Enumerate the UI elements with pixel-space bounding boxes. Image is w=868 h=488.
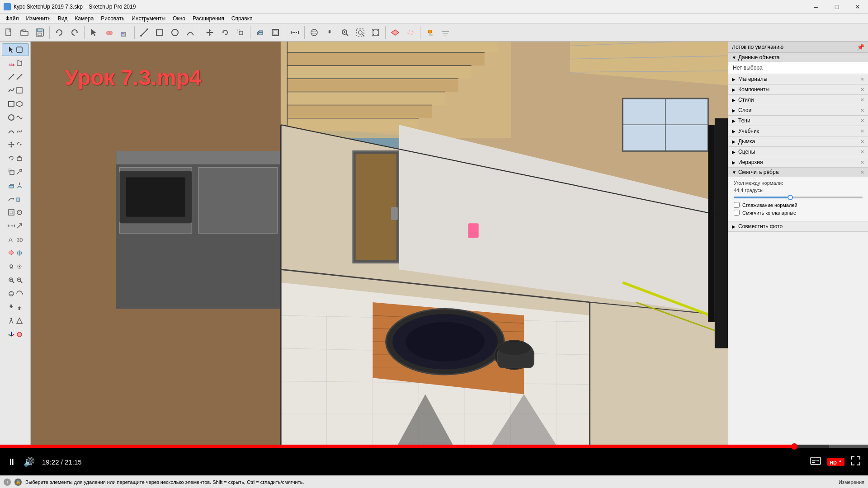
- toolbar-sep-7: [304, 26, 305, 39]
- toolbar-sep-6: [285, 26, 285, 39]
- panel-fog[interactable]: ▶ Дымка ✕: [728, 136, 868, 147]
- tool-freehand[interactable]: [2, 84, 29, 97]
- subtitles-button[interactable]: [810, 456, 821, 468]
- menu-edit[interactable]: Изменить: [23, 14, 54, 23]
- toolbar-section-display[interactable]: [403, 25, 418, 40]
- tool-move[interactable]: [2, 138, 29, 151]
- viewport[interactable]: Урок 7.3.mp4: [31, 42, 728, 445]
- panel-hierarchy[interactable]: ▶ Иерархия ✕: [728, 157, 868, 168]
- tool-section-plane[interactable]: [2, 247, 29, 259]
- play-pause-button[interactable]: ⏸: [7, 457, 16, 467]
- tool-pushpull[interactable]: [2, 179, 29, 192]
- menu-file[interactable]: Файл: [2, 14, 23, 23]
- toolbar-rectangle[interactable]: [152, 25, 167, 40]
- menu-tools[interactable]: Инструменты: [128, 14, 169, 23]
- components-close[interactable]: ✕: [860, 87, 864, 93]
- tool-select[interactable]: [2, 43, 29, 56]
- toolbar-zoom-extents[interactable]: [368, 25, 383, 40]
- toolbar-offset[interactable]: [268, 25, 283, 40]
- toolbar-select[interactable]: [87, 25, 101, 40]
- tool-circle[interactable]: [2, 111, 29, 124]
- toolbar-new[interactable]: [2, 25, 16, 40]
- toolbar-circle[interactable]: [168, 25, 182, 40]
- panel-pin-icon[interactable]: 📌: [857, 43, 864, 51]
- fullscreen-button[interactable]: [851, 456, 861, 468]
- panel-styles[interactable]: ▶ Стили ✕: [728, 95, 868, 105]
- menu-extensions[interactable]: Расширения: [189, 14, 228, 23]
- panel-layers[interactable]: ▶ Слои ✕: [728, 105, 868, 116]
- toolbar-save[interactable]: [33, 25, 47, 40]
- minimize-button[interactable]: –: [806, 0, 826, 14]
- shadows-close[interactable]: ✕: [860, 118, 864, 124]
- hierarchy-close[interactable]: ✕: [860, 160, 864, 165]
- materials-close[interactable]: ✕: [860, 76, 864, 82]
- maximize-button[interactable]: □: [826, 0, 847, 14]
- panel-components[interactable]: ▶ Компоненты ✕: [728, 84, 868, 95]
- tool-lookaround[interactable]: [2, 260, 29, 273]
- svg-marker-5: [91, 29, 96, 36]
- layers-close[interactable]: ✕: [860, 108, 864, 113]
- toolbar-section-plane[interactable]: [388, 25, 402, 40]
- toolbar-line[interactable]: [137, 25, 151, 40]
- toolbar-zoom-window[interactable]: [353, 25, 368, 40]
- menu-camera[interactable]: Камера: [71, 14, 97, 23]
- volume-button[interactable]: 🔊: [24, 456, 35, 467]
- toolbar-fog[interactable]: [438, 25, 453, 40]
- angle-slider-thumb[interactable]: [788, 195, 793, 200]
- tool-paint-bucket[interactable]: [2, 57, 29, 70]
- panel-match-photo[interactable]: ▶ Совместить фото: [728, 221, 868, 232]
- progress-bar[interactable]: [0, 445, 868, 448]
- hd-badge[interactable]: HD ▲: [827, 458, 844, 466]
- tool-pan[interactable]: [2, 301, 29, 314]
- toolbar-arc[interactable]: [183, 25, 198, 40]
- toolbar-open[interactable]: [17, 25, 32, 40]
- smooth-edges-close[interactable]: ✕: [860, 169, 864, 175]
- panel-scenes[interactable]: ▶ Сцены ✕: [728, 147, 868, 157]
- panel-materials[interactable]: ▶ Материалы ✕: [728, 74, 868, 84]
- toolbar-rotate[interactable]: [218, 25, 232, 40]
- smooth-edges-header[interactable]: ▼ Смягчить рёбра ✕: [728, 168, 868, 177]
- toolbar-undo[interactable]: [52, 25, 66, 40]
- toolbar-move[interactable]: [203, 25, 217, 40]
- tool-walk[interactable]: [2, 314, 29, 327]
- toolbar-eraser[interactable]: [102, 25, 117, 40]
- tool-rectangle[interactable]: [2, 98, 29, 110]
- toolbar-pushpull[interactable]: [253, 25, 267, 40]
- smooth-coplanar-checkbox[interactable]: [734, 210, 740, 216]
- tool-tape-measure[interactable]: [2, 220, 29, 232]
- toolbar-scale[interactable]: [233, 25, 248, 40]
- tool-orbit[interactable]: [2, 287, 29, 300]
- toolbar-redo[interactable]: [67, 25, 82, 40]
- tool-scale[interactable]: [2, 165, 29, 178]
- svg-point-15: [172, 29, 178, 36]
- scenes-close[interactable]: ✕: [860, 149, 864, 155]
- toolbar-zoom[interactable]: [338, 25, 352, 40]
- tool-text[interactable]: A 3D: [2, 233, 29, 246]
- toolbar-orbit[interactable]: [307, 25, 321, 40]
- toolbar-shadows[interactable]: [423, 25, 437, 40]
- menu-window[interactable]: Окно: [169, 14, 189, 23]
- fog-close[interactable]: ✕: [860, 139, 864, 145]
- tool-offset[interactable]: [2, 206, 29, 219]
- panel-tutorial[interactable]: ▶ Учебник ✕: [728, 126, 868, 136]
- tool-axes[interactable]: [2, 328, 29, 341]
- menu-draw[interactable]: Рисовать: [97, 14, 128, 23]
- styles-close[interactable]: ✕: [860, 97, 864, 103]
- toolbar-paint[interactable]: [118, 25, 132, 40]
- smooth-normals-checkbox[interactable]: [734, 202, 740, 208]
- panel-shadows[interactable]: ▶ Тени ✕: [728, 116, 868, 126]
- tool-zoom[interactable]: [2, 274, 29, 286]
- menu-view[interactable]: Вид: [54, 14, 71, 23]
- tool-rotate[interactable]: [2, 152, 29, 164]
- tool-arc[interactable]: [2, 125, 29, 137]
- toolbar-sep-5: [250, 26, 250, 39]
- angle-slider-track[interactable]: [734, 197, 863, 198]
- tutorial-close[interactable]: ✕: [860, 128, 864, 134]
- object-data-header[interactable]: ▼ Данные объекта: [728, 53, 868, 62]
- toolbar-pan[interactable]: [322, 25, 337, 40]
- tool-followme[interactable]: [2, 192, 29, 205]
- close-button[interactable]: ✕: [847, 0, 868, 14]
- menu-help[interactable]: Справка: [228, 14, 256, 23]
- tool-line[interactable]: [2, 70, 29, 83]
- toolbar-tape[interactable]: [288, 25, 302, 40]
